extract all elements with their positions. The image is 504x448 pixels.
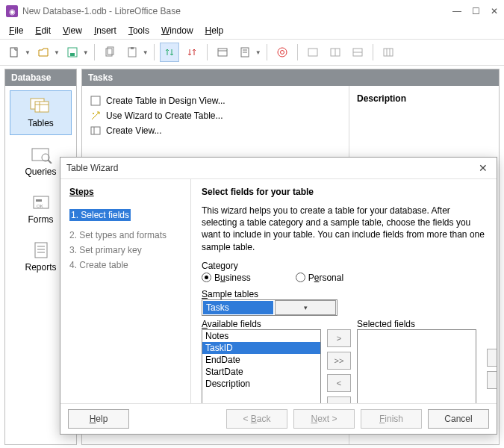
menu-help[interactable]: Help	[201, 24, 228, 37]
radio-personal[interactable]: Personal	[296, 273, 343, 283]
add-field-button[interactable]: >	[327, 329, 351, 347]
move-down-button[interactable]: v	[487, 371, 497, 389]
help-button[interactable]	[273, 43, 292, 62]
step-2[interactable]: 2. Set types and formats	[69, 230, 181, 240]
list-item[interactable]: StartDate	[202, 366, 320, 378]
svg-rect-14	[308, 49, 317, 56]
form-button[interactable]	[213, 43, 232, 62]
dialog-title: Table Wizard	[66, 163, 476, 173]
report-button[interactable]	[235, 43, 255, 62]
chevron-down-icon[interactable]: ▼	[143, 49, 149, 56]
dialog-heading: Select fields for your table	[202, 187, 486, 197]
toolbar-separator	[267, 44, 267, 60]
svg-rect-19	[384, 49, 393, 56]
window-titlebar: ◉ New Database-1.odb - LibreOffice Base …	[0, 0, 504, 22]
combo-dropdown-button[interactable]: ▾	[275, 300, 336, 315]
sidebar-item-label: Forms	[28, 214, 54, 225]
task-create-view[interactable]: Create View...	[90, 123, 341, 138]
svg-rect-7	[218, 49, 227, 56]
sidebar-item-tables[interactable]: Tables	[10, 90, 72, 135]
svg-rect-36	[91, 96, 100, 105]
svg-text:OK: OK	[37, 204, 43, 208]
list-item[interactable]: Notes	[202, 330, 320, 342]
list-item[interactable]: EndDate	[202, 354, 320, 366]
add-all-button[interactable]: >>	[327, 352, 351, 370]
tasks-panel-header: Tasks	[82, 69, 499, 86]
step-4[interactable]: 4. Create table	[69, 260, 181, 270]
sidebar-item-label: Reports	[25, 262, 56, 273]
svg-line-28	[48, 160, 52, 164]
svg-rect-23	[35, 102, 49, 112]
maximize-button[interactable]: ☐	[472, 6, 480, 16]
tables-icon	[29, 97, 53, 115]
table-button[interactable]	[303, 43, 323, 62]
chevron-down-icon[interactable]: ▼	[25, 49, 31, 56]
sample-tables-label: Sample tables	[202, 289, 486, 299]
dialog-titlebar[interactable]: Table Wizard ✕	[60, 158, 497, 179]
svg-rect-32	[35, 243, 47, 258]
remove-all-button[interactable]: <<	[327, 396, 351, 403]
help-button[interactable]: Help	[68, 409, 129, 429]
cancel-button[interactable]: Cancel	[428, 409, 489, 429]
back-button[interactable]: < Back	[226, 409, 287, 429]
sort-asc-button[interactable]	[160, 43, 179, 62]
table2-button[interactable]	[326, 43, 345, 62]
menu-window[interactable]: Window	[157, 24, 198, 37]
svg-rect-38	[91, 127, 100, 134]
dialog-intro: This wizard helps you to create a table …	[202, 205, 486, 253]
sort-desc-button[interactable]	[182, 43, 202, 62]
toolbar-separator	[373, 44, 373, 60]
radio-business[interactable]: Business	[202, 273, 251, 283]
sample-tables-combo[interactable]: Tasks ▾	[202, 299, 337, 316]
wizard-icon	[90, 110, 102, 122]
svg-rect-30	[36, 199, 42, 202]
chevron-down-icon[interactable]: ▼	[54, 49, 60, 56]
menu-insert[interactable]: Insert	[90, 24, 121, 37]
menu-file[interactable]: File	[4, 24, 28, 37]
step-1[interactable]: 1. Select fields	[69, 209, 131, 221]
task-create-design[interactable]: Create Table in Design View...	[90, 93, 341, 108]
new-button[interactable]	[4, 43, 24, 62]
reports-icon	[29, 241, 53, 259]
selected-fields-list[interactable]	[357, 329, 476, 403]
dialog-close-button[interactable]: ✕	[476, 162, 491, 174]
list-item[interactable]: TaskID	[202, 342, 320, 354]
grid-button[interactable]	[379, 43, 398, 62]
sidebar-item-label: Tables	[28, 118, 54, 128]
dialog-main: Select fields for your table This wizard…	[191, 179, 497, 403]
sidebar-item-label: Queries	[25, 167, 56, 177]
menu-tools[interactable]: Tools	[124, 24, 154, 37]
open-button[interactable]	[34, 43, 53, 62]
queries-icon	[29, 146, 53, 164]
design-icon	[90, 95, 102, 107]
chevron-down-icon[interactable]: ▼	[83, 49, 89, 56]
menu-edit[interactable]: Edit	[31, 24, 55, 37]
task-wizard[interactable]: Use Wizard to Create Table...	[90, 108, 341, 123]
svg-rect-2	[70, 53, 75, 56]
table3-button[interactable]	[348, 43, 367, 62]
svg-rect-26	[32, 149, 49, 161]
remove-field-button[interactable]: <	[327, 374, 351, 392]
dialog-footer: Help < Back Next > Finish Cancel	[60, 403, 497, 434]
svg-rect-0	[10, 48, 17, 57]
list-item[interactable]: Description	[202, 378, 320, 390]
available-fields-label: Available fields	[202, 319, 321, 329]
chevron-down-icon[interactable]: ▼	[255, 49, 261, 56]
move-up-button[interactable]: ʌ	[487, 349, 497, 367]
next-button[interactable]: Next >	[293, 409, 355, 429]
toolbar-separator	[94, 44, 95, 60]
view-icon	[90, 125, 102, 137]
menu-view[interactable]: View	[58, 24, 87, 37]
save-button[interactable]	[63, 43, 82, 62]
close-button[interactable]: ✕	[491, 6, 498, 16]
paste-button[interactable]	[122, 43, 142, 62]
step-3[interactable]: 3. Set primary key	[69, 245, 181, 255]
svg-point-37	[93, 113, 94, 114]
minimize-button[interactable]: —	[452, 6, 461, 16]
finish-button[interactable]: Finish	[361, 409, 422, 429]
toolbar: ▼ ▼ ▼ ▼ ▼	[0, 40, 504, 66]
svg-point-13	[280, 51, 284, 55]
available-fields-list[interactable]: Notes TaskID EndDate StartDate Descripti…	[202, 329, 321, 403]
copy-button[interactable]	[100, 43, 119, 62]
steps-panel: Steps 1. Select fields 2. Set types and …	[60, 179, 191, 403]
